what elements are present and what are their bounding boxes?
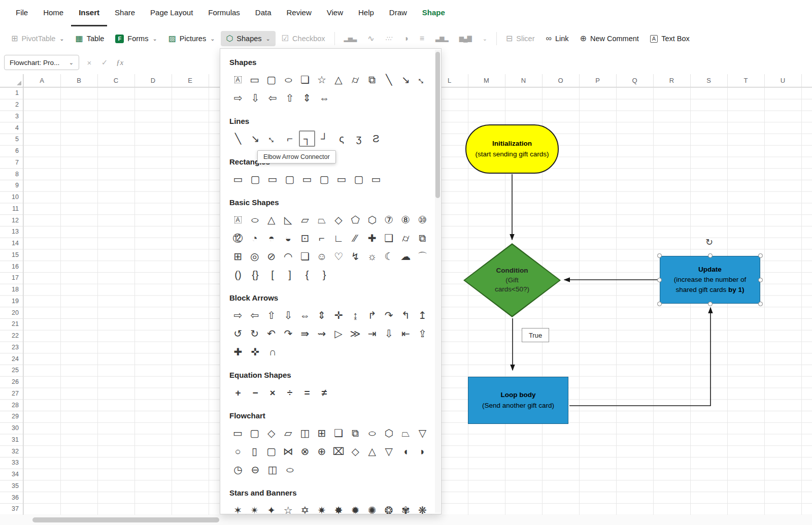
row-header-18[interactable]: 18: [0, 284, 23, 296]
row-header-6[interactable]: 6: [0, 145, 23, 157]
block-arrow-down-icon[interactable]: ⇩: [247, 89, 264, 107]
heptagon-icon[interactable]: ⑦: [381, 211, 397, 228]
rectangle-icon[interactable]: ▭: [246, 71, 263, 88]
notched-right-arrow-icon[interactable]: ⇝: [313, 325, 330, 342]
star-5-point-icon[interactable]: ☆: [313, 71, 330, 88]
combo-chart-icon-button[interactable]: ▆▄▇: [454, 32, 477, 45]
round-diagonal-rectangle-icon[interactable]: ▭: [367, 171, 385, 188]
line-double-arrow-icon[interactable]: ↔: [414, 71, 431, 88]
block-arrow-up-down-icon[interactable]: ⇕: [298, 89, 316, 107]
column-header-c[interactable]: C: [97, 74, 134, 87]
pictures-button[interactable]: ▨Pictures⌄: [163, 31, 220, 46]
or-icon[interactable]: ⊕: [313, 443, 330, 460]
magnetic-disk-icon[interactable]: ⊖: [247, 461, 264, 478]
star-16-point-icon[interactable]: ❂: [381, 502, 397, 514]
hexagon-icon[interactable]: ⬡: [364, 211, 381, 228]
arc-icon[interactable]: ⌒: [414, 248, 431, 265]
column-header-p[interactable]: P: [579, 74, 616, 87]
column-header-q[interactable]: Q: [616, 74, 653, 87]
flowchart-node-update[interactable]: Update (increase the number of shared gi…: [660, 256, 760, 304]
row-header-11[interactable]: 11: [0, 203, 23, 215]
name-box[interactable]: Flowchart: Pro... ⌄: [4, 55, 79, 70]
right-triangle-icon[interactable]: ◺: [280, 211, 296, 228]
multidocument-icon[interactable]: ⧉: [347, 424, 364, 442]
menu-tab-formulas[interactable]: Formulas: [200, 0, 248, 26]
row-header-32[interactable]: 32: [0, 445, 23, 457]
data-icon[interactable]: ▱: [280, 424, 296, 442]
row-header-22[interactable]: 22: [0, 330, 23, 342]
menu-tab-file[interactable]: File: [8, 0, 36, 26]
star-7-point-icon[interactable]: ✷: [313, 502, 330, 514]
bent-arrow-icon[interactable]: ↱: [364, 307, 381, 324]
row-header-19[interactable]: 19: [0, 296, 23, 307]
teardrop-icon[interactable]: ◒: [280, 229, 296, 247]
summing-junction-icon[interactable]: ⊗: [296, 443, 313, 460]
cube-icon[interactable]: ⧉: [364, 71, 381, 88]
row-header-3[interactable]: 3: [0, 111, 23, 122]
row-header-13[interactable]: 13: [0, 226, 23, 238]
display-icon[interactable]: ○: [281, 461, 298, 478]
can-icon[interactable]: ⌭: [397, 229, 414, 247]
row-header-15[interactable]: 15: [0, 249, 23, 261]
quad-arrow-icon[interactable]: ✛: [330, 307, 347, 324]
merge-up-icon[interactable]: △: [364, 443, 381, 460]
divide-icon[interactable]: ÷: [281, 384, 298, 401]
half-frame-icon[interactable]: ⌐: [313, 229, 330, 247]
column-header-u[interactable]: U: [764, 74, 801, 87]
four-point-arrow-icon[interactable]: ✜: [247, 343, 264, 360]
left-bracket-icon[interactable]: [: [264, 266, 281, 283]
bent-up-arrow-icon[interactable]: ↰: [397, 307, 414, 324]
explosion-1-icon[interactable]: ✶: [229, 502, 246, 514]
menu-tab-share[interactable]: Share: [107, 0, 143, 26]
star-5-point-icon[interactable]: ☆: [280, 502, 296, 514]
cube-icon[interactable]: ⧉: [414, 229, 431, 247]
diamond-icon[interactable]: ◇: [330, 211, 347, 228]
round-same-side-rectangle-icon[interactable]: ▢: [350, 171, 367, 188]
text-box-button[interactable]: AText Box: [645, 31, 695, 46]
smiley-face-icon[interactable]: ☺: [313, 248, 330, 265]
menu-tab-shape[interactable]: Shape: [415, 0, 453, 26]
snip-single-corner-rectangle-icon[interactable]: ▭: [264, 171, 281, 188]
row-header-26[interactable]: 26: [0, 376, 23, 388]
document-icon[interactable]: ❏: [330, 424, 347, 442]
moon-icon[interactable]: ☾: [381, 248, 397, 265]
row-header-27[interactable]: 27: [0, 388, 23, 400]
decision-icon[interactable]: ◇: [263, 424, 280, 442]
cross-icon[interactable]: ✚: [364, 229, 381, 247]
snip-same-side-rectangle-icon[interactable]: ▢: [281, 171, 298, 188]
column-header-e[interactable]: E: [172, 74, 209, 87]
row-header-10[interactable]: 10: [0, 191, 23, 203]
star-8-point-icon[interactable]: ✸: [330, 502, 347, 514]
column-header-m[interactable]: M: [468, 74, 505, 87]
left-arrow-callout-icon[interactable]: ⇤: [397, 325, 414, 342]
row-header-14[interactable]: 14: [0, 238, 23, 249]
plus-icon[interactable]: +: [229, 384, 247, 401]
menu-tab-review[interactable]: Review: [279, 0, 319, 26]
elbow-double-arrow-connector-icon[interactable]: ┘: [316, 130, 333, 147]
arc-arrow-icon[interactable]: ∩: [264, 343, 281, 360]
checkbox-button[interactable]: ☑Checkbox: [277, 31, 330, 46]
row-header-37[interactable]: 37: [0, 503, 23, 515]
double-bracket-icon[interactable]: (): [229, 266, 247, 283]
donut-icon[interactable]: ◎: [246, 248, 263, 265]
star-10-point-icon[interactable]: ✹: [347, 502, 364, 514]
row-header-34[interactable]: 34: [0, 469, 23, 480]
column-header-t[interactable]: T: [727, 74, 764, 87]
alternate-process-icon[interactable]: ▢: [246, 424, 263, 442]
pivottable-button[interactable]: ⊞PivotTable⌄: [6, 31, 70, 46]
direct-access-storage-icon[interactable]: ◫: [264, 461, 281, 478]
up-arrow-callout-icon[interactable]: ⇪: [414, 325, 431, 342]
trapezoid-icon[interactable]: ⏢: [313, 211, 330, 228]
star-4-point-icon[interactable]: ✦: [263, 502, 280, 514]
pentagon-arrow-icon[interactable]: ▷: [330, 325, 347, 342]
curved-connector-icon[interactable]: ς: [333, 130, 350, 147]
connector-icon[interactable]: ○: [229, 443, 246, 460]
collate-icon[interactable]: ⋈: [280, 443, 296, 460]
row-header-16[interactable]: 16: [0, 260, 23, 272]
sort-icon[interactable]: ⌧: [330, 443, 347, 460]
curved-double-arrow-connector-icon[interactable]: Ƨ: [367, 130, 385, 147]
scatter-chart-icon-button[interactable]: ∴∵: [381, 32, 397, 45]
curved-right-arrow-icon[interactable]: ↷: [280, 325, 296, 342]
arrow-down-icon[interactable]: ⇩: [280, 307, 296, 324]
arrow-left-right-icon[interactable]: ⇔: [296, 307, 313, 324]
